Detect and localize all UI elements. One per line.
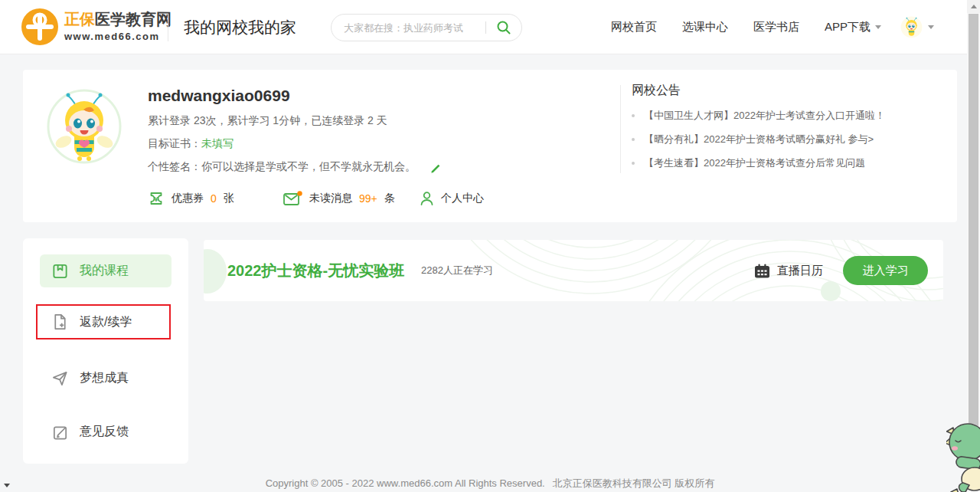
edit-signature-button[interactable] [430, 161, 442, 174]
header-divider [168, 14, 168, 41]
footer: Copyright © 2005 - 2022 www.med66.com Al… [0, 477, 980, 490]
user-avatar-mini[interactable] [900, 16, 923, 38]
med66-logo-icon[interactable] [21, 8, 58, 45]
target-cert-label: 目标证书： [148, 137, 201, 149]
announcement-item[interactable]: 【考生速看】2022年护士资格考试查分后常见问题 [632, 156, 953, 170]
messages-unit: 条 [384, 192, 395, 205]
signature-label: 个性签名： [148, 160, 201, 174]
personal-center-label: 个人中心 [441, 192, 484, 205]
messages-label: 未读消息 [309, 192, 352, 205]
target-cert-value[interactable]: 未填写 [201, 137, 234, 149]
arrow-up-icon [971, 5, 977, 8]
refund-file-plus-icon [51, 313, 69, 331]
target-cert-line: 目标证书：未填写 [148, 137, 234, 151]
sidebar-item-dreams-come-true[interactable]: 梦想成真 [40, 362, 172, 395]
search-box [331, 14, 522, 41]
coupon-unit: 张 [224, 192, 234, 205]
page-title: 我的网校我的家 [184, 0, 296, 54]
sidebar-item-my-courses[interactable]: 我的课程 [40, 254, 172, 287]
live-calendar-link[interactable]: 直播日历 [754, 240, 823, 301]
signature-value: 你可以选择是学或不学，但不学就永无机会。 [201, 160, 416, 174]
coupon-icon: ¥ [148, 191, 165, 206]
login-stats: 累计登录 23次，累计学习 1分钟，已连续登录 2 天 [148, 114, 387, 128]
svg-text:¥: ¥ [154, 195, 158, 203]
user-avatar[interactable] [46, 88, 122, 165]
nav-app-download[interactable]: APP下载 [825, 20, 881, 34]
search-input[interactable] [332, 22, 485, 34]
scrollbar-thumb[interactable] [969, 14, 978, 427]
coupon-label: 优惠券 [172, 192, 204, 205]
sidebar-item-feedback[interactable]: 意见反馈 [40, 415, 172, 448]
course-card: 2022护士资格-无忧实验班 2282人正在学习 直播日历 进入学习 [204, 240, 943, 301]
messages-count: 99+ [359, 192, 377, 205]
sidebar-item-refund-highlighted[interactable]: 返款/续学 [36, 304, 171, 339]
mail-icon [283, 191, 302, 206]
pencil-icon [430, 161, 442, 174]
bee-avatar-icon [900, 16, 923, 38]
announcement-item[interactable]: 【中国卫生人才网】2022年护士考试查分入口开通啦！ [632, 109, 953, 123]
course-learners-count: 2282人正在学习 [421, 240, 493, 301]
company-text: 北京正保医教科技有限公司 版权所有 [553, 477, 715, 489]
page: 正保医学教育网 www.med66.com 我的网校我的家 网校首页 选课中心 … [0, 0, 980, 492]
brand-name: 正保医学教育网 [64, 10, 172, 28]
live-calendar-label: 直播日历 [777, 264, 823, 278]
coupons-link[interactable]: ¥ 优惠券 0 张 [148, 191, 234, 206]
announcement-item[interactable]: 【晒分有礼】2022年护士资格考试晒分赢好礼 参与> [632, 133, 953, 146]
scroll-up-button[interactable] [967, 0, 980, 13]
nav-bookstore[interactable]: 医学书店 [753, 20, 799, 34]
personal-center-link[interactable]: 个人中心 [420, 191, 484, 206]
bullet-dot [632, 138, 635, 141]
chevron-down-icon [875, 25, 881, 29]
copyright-text: Copyright © 2005 - 2022 www.med66.com Al… [266, 477, 545, 489]
enter-study-button[interactable]: 进入学习 [843, 256, 928, 285]
announcements-panel: 网校公告 【中国卫生人才网】2022年护士考试查分入口开通啦！ 【晒分有礼】20… [632, 83, 953, 170]
nav-home[interactable]: 网校首页 [611, 20, 657, 34]
feedback-note-icon [51, 423, 69, 441]
person-icon [420, 191, 434, 206]
nav-course-center[interactable]: 选课中心 [682, 20, 728, 34]
scrollbar[interactable] [967, 0, 980, 492]
messages-link[interactable]: 未读消息 99+ 条 [283, 191, 395, 206]
profile-card: medwangxiao0699 累计登录 23次，累计学习 1分钟，已连续登录 … [23, 70, 957, 222]
med66-logo-text[interactable]: 正保医学教育网 www.med66.com [64, 10, 172, 43]
my-courses-icon [51, 262, 69, 280]
sidebar: 我的课程 返款/续学 梦想成真 意见反馈 [23, 238, 188, 464]
blob-decoration [204, 249, 227, 294]
search-icon [496, 20, 511, 35]
brand-url: www.med66.com [64, 31, 172, 43]
profile-announce-divider [620, 85, 621, 173]
signature-line: 个性签名： 你可以选择是学或不学，但不学就永无机会。 [148, 160, 442, 174]
username: medwangxiao0699 [148, 87, 290, 105]
search-button[interactable] [486, 15, 521, 41]
scroll-down-button[interactable] [0, 479, 13, 492]
arrow-down-icon [4, 484, 10, 487]
calendar-icon [754, 264, 770, 278]
course-title[interactable]: 2022护士资格-无忧实验班 [227, 240, 404, 301]
top-nav: 网校首页 选课中心 医学书店 APP下载 [611, 0, 881, 54]
bullet-dot [632, 114, 635, 117]
coupon-count: 0 [211, 192, 217, 205]
header: 正保医学教育网 www.med66.com 我的网校我的家 网校首页 选课中心 … [0, 0, 980, 54]
user-menu-chevron-icon[interactable] [928, 25, 934, 29]
paper-plane-icon [51, 369, 69, 388]
bullet-dot [632, 162, 635, 165]
announcements-title: 网校公告 [632, 83, 953, 99]
dot-decoration [821, 281, 841, 301]
